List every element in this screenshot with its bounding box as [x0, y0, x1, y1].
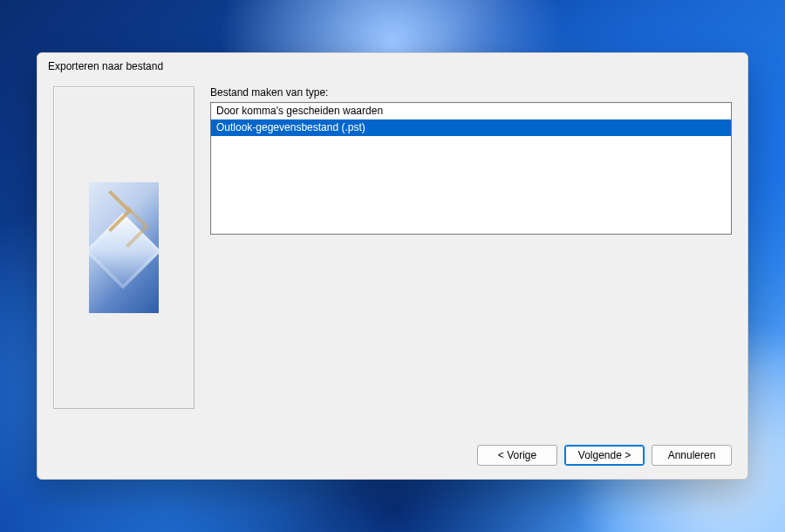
file-type-option-csv[interactable]: Door komma's gescheiden waarden — [211, 103, 731, 119]
wizard-graphic-icon — [89, 182, 159, 313]
next-button[interactable]: Volgende > — [564, 445, 645, 466]
wizard-sidebar-graphic-frame — [53, 86, 195, 409]
dialog-titlebar: Exporteren naar bestand — [38, 53, 747, 79]
export-dialog: Exporteren naar bestand Bestand maken va… — [37, 52, 748, 480]
dialog-button-row: < Vorige Volgende > Annuleren — [38, 432, 747, 479]
file-type-label: Bestand maken van type: — [210, 86, 732, 99]
file-type-option-pst[interactable]: Outlook-gegevensbestand (.pst) — [211, 119, 731, 136]
back-button[interactable]: < Vorige — [477, 445, 557, 466]
dialog-content: Bestand maken van type: Door komma's ges… — [38, 79, 747, 432]
dialog-main: Bestand maken van type: Door komma's ges… — [210, 86, 732, 432]
dialog-title: Exporteren naar bestand — [48, 60, 163, 72]
file-type-listbox[interactable]: Door komma's gescheiden waarden Outlook-… — [210, 102, 732, 235]
cancel-button[interactable]: Annuleren — [652, 445, 732, 466]
